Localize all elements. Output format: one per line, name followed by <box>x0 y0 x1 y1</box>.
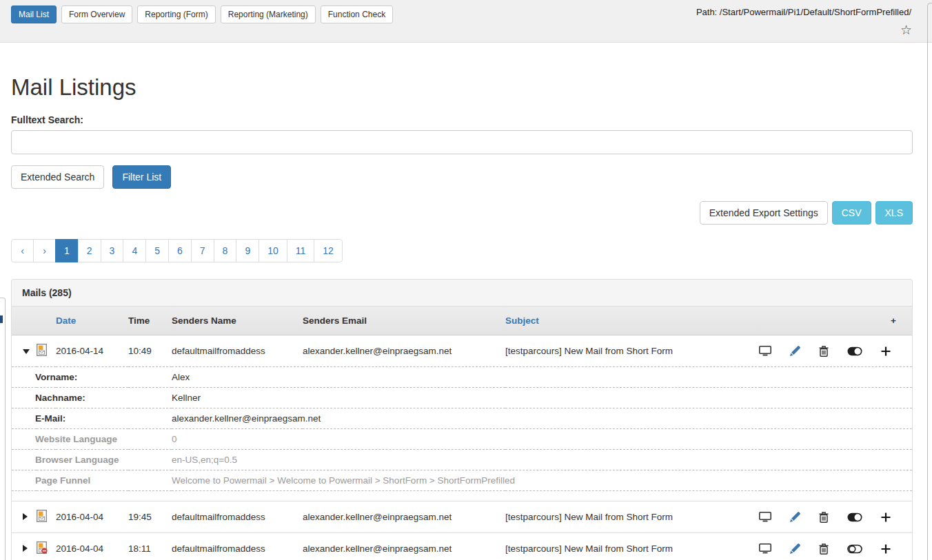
tab-function-check[interactable]: Function Check <box>321 6 393 23</box>
tab-form-overview[interactable]: Form Overview <box>61 6 132 23</box>
filter-list-button[interactable]: Filter List <box>112 165 171 189</box>
add-icon[interactable] <box>881 512 891 522</box>
collapsed-pagetree-edge[interactable] <box>0 298 6 560</box>
expand-caret-icon[interactable] <box>23 513 28 520</box>
extended-export-settings-button[interactable]: Extended Export Settings <box>700 201 828 225</box>
detail-label: E-Mail: <box>12 408 172 429</box>
mails-table: Date Time Senders Name Senders Email Sub… <box>12 307 912 560</box>
table-row: 2016-04-04 19:45 defaultmailfromaddess a… <box>12 501 912 533</box>
pagination-page-12[interactable]: 12 <box>314 239 343 262</box>
mail-date: 2016-04-04 <box>56 501 128 533</box>
doc-header: Mail List Form Overview Reporting (Form)… <box>0 0 932 43</box>
hide-toggle-icon[interactable] <box>847 512 862 522</box>
detail-value: Alex <box>172 367 912 388</box>
function-menu-tabs: Mail List Form Overview Reporting (Form)… <box>11 6 393 23</box>
hide-toggle-icon[interactable] <box>847 346 862 356</box>
detail-value: Welcome to Powermail > Welcome to Powerm… <box>172 470 912 491</box>
header-icon-col <box>37 307 56 335</box>
detail-label: Nachname: <box>12 388 172 408</box>
detail-value: alexander.kellner@einpraegsam.net <box>172 408 912 429</box>
mail-time: 19:45 <box>128 501 172 533</box>
preview-icon[interactable] <box>759 346 771 356</box>
mail-sender-email: alexander.kellner@einpraegsam.net <box>303 335 505 367</box>
header-senders-name: Senders Name <box>172 307 303 335</box>
header-date[interactable]: Date <box>56 307 128 335</box>
mail-record-hidden-icon[interactable] <box>37 541 47 554</box>
pagination-page-6[interactable]: 6 <box>168 239 192 262</box>
mail-sender-name: defaultmailfromaddess <box>172 335 303 367</box>
edit-icon[interactable] <box>790 512 800 522</box>
edit-icon[interactable] <box>790 543 800 554</box>
mail-sender-email: alexander.kellner@einpraegsam.net <box>303 533 505 560</box>
delete-icon[interactable] <box>819 512 829 523</box>
expand-caret-icon[interactable] <box>23 545 28 552</box>
table-row: 2016-04-14 10:49 defaultmailfromaddess a… <box>12 335 912 367</box>
add-icon[interactable] <box>881 346 891 356</box>
detail-label: Website Language <box>12 429 172 450</box>
mails-panel-title: Mails (285) <box>12 280 912 307</box>
pagination-page-11[interactable]: 11 <box>287 239 315 262</box>
pagetree-indicator <box>0 315 3 323</box>
unhide-toggle-icon[interactable] <box>847 544 862 554</box>
edit-icon[interactable] <box>790 346 800 356</box>
pagination-next[interactable]: › <box>33 239 56 262</box>
pagination-prev[interactable]: ‹ <box>11 239 34 262</box>
module-body: Mail Listings Fulltext Search: Extended … <box>0 74 932 560</box>
mail-record-icon[interactable] <box>37 344 47 356</box>
detail-label: Page Funnel <box>12 470 172 491</box>
extended-search-button[interactable]: Extended Search <box>11 165 104 189</box>
mail-sender-name: defaultmailfromaddess <box>172 501 303 533</box>
mail-sender-name: defaultmailfromaddess <box>172 533 303 560</box>
export-csv-button[interactable]: CSV <box>832 201 871 225</box>
pagination-page-9[interactable]: 9 <box>236 239 259 262</box>
detail-row: Browser Language en-US,en;q=0.5 <box>12 450 912 470</box>
detail-label: Browser Language <box>12 450 172 470</box>
page-title: Mail Listings <box>11 74 913 101</box>
detail-value: 0 <box>172 429 912 450</box>
bookmark-star-icon[interactable]: ☆ <box>900 23 912 37</box>
pagination-page-10[interactable]: 10 <box>259 239 287 262</box>
detail-spacer <box>12 491 912 501</box>
collapse-caret-icon[interactable] <box>23 349 30 354</box>
pagination-page-8[interactable]: 8 <box>214 239 237 262</box>
header-caret-col <box>12 307 37 335</box>
pagination-page-1[interactable]: 1 <box>55 239 79 262</box>
mail-date: 2016-04-14 <box>56 335 128 367</box>
page-path: Path: /Start/Powermail/Pi1/Default/Short… <box>696 7 911 17</box>
header-add-column-button[interactable]: + <box>760 307 912 335</box>
add-icon[interactable] <box>881 544 891 554</box>
delete-icon[interactable] <box>819 346 829 357</box>
header-time: Time <box>128 307 172 335</box>
table-row: 2016-04-04 18:11 defaultmailfromaddess a… <box>12 533 912 560</box>
preview-icon[interactable] <box>759 512 771 522</box>
detail-row: Page Funnel Welcome to Powermail > Welco… <box>12 470 912 491</box>
detail-label: Vorname: <box>12 367 172 388</box>
preview-icon[interactable] <box>759 543 771 554</box>
mail-time: 10:49 <box>128 335 172 367</box>
fulltext-search-input[interactable] <box>11 130 913 154</box>
tab-reporting-marketing[interactable]: Reporting (Marketing) <box>221 6 316 23</box>
pagination-page-3[interactable]: 3 <box>101 239 124 262</box>
detail-value: Kellner <box>172 388 912 408</box>
tab-mail-list[interactable]: Mail List <box>11 6 57 23</box>
pagination-page-4[interactable]: 4 <box>123 239 146 262</box>
mail-sender-email: alexander.kellner@einpraegsam.net <box>303 501 505 533</box>
tab-reporting-form[interactable]: Reporting (Form) <box>137 6 215 23</box>
pagination-page-2[interactable]: 2 <box>78 239 101 262</box>
mail-subject: [testparcours] New Mail from Short Form <box>505 335 760 367</box>
pagination-page-7[interactable]: 7 <box>191 239 214 262</box>
mail-subject: [testparcours] New Mail from Short Form <box>505 533 760 560</box>
mails-panel: Mails (285) Date Time Senders Name Sende… <box>11 279 913 560</box>
pagination: ‹ › 1 2 3 4 5 6 7 8 9 10 11 12 <box>11 239 343 262</box>
delete-icon[interactable] <box>819 543 829 554</box>
header-senders-email: Senders Email <box>303 307 505 335</box>
export-xls-button[interactable]: XLS <box>875 201 913 225</box>
mail-record-icon[interactable] <box>37 510 47 522</box>
detail-row: Nachname: Kellner <box>12 388 912 408</box>
mail-subject: [testparcours] New Mail from Short Form <box>505 501 760 533</box>
scrollbar-track[interactable] <box>927 3 932 560</box>
detail-value: en-US,en;q=0.5 <box>172 450 912 470</box>
pagination-page-5[interactable]: 5 <box>145 239 169 262</box>
detail-row: Website Language 0 <box>12 429 912 450</box>
header-subject[interactable]: Subject <box>505 307 760 335</box>
